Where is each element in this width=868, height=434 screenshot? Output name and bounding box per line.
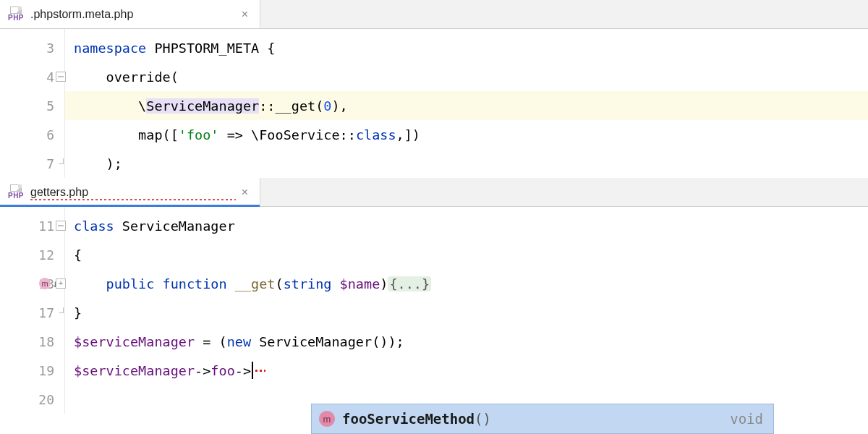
tab-filename: .phpstorm.meta.php — [30, 8, 236, 21]
tab-bar-spacer — [260, 178, 868, 206]
folded-code-region[interactable]: {...} — [388, 276, 431, 292]
autocomplete-return-type: void — [730, 411, 763, 427]
gutter-bottom[interactable]: 11 12 m ↓ 13 17 18 19 20 — [0, 207, 65, 414]
code-line[interactable]: namespace PHPSTORM_META { — [65, 33, 868, 62]
tab-filename: getters.php — [30, 186, 236, 199]
gutter-top[interactable]: 3 4 5 6 7 — [0, 29, 65, 178]
code-line[interactable]: ); — [65, 149, 868, 178]
autocomplete-popup[interactable]: m fooServiceMethod() void — [311, 404, 774, 434]
tab-phpstorm-meta[interactable]: PHP .phpstorm.meta.php × — [0, 0, 260, 28]
line-number: 20 — [33, 392, 54, 407]
fold-collapse-icon[interactable] — [56, 72, 66, 82]
code-line[interactable]: map(['foo' => \FooService::class,]) — [65, 120, 868, 149]
php-file-icon: PHP — [6, 184, 26, 200]
bottom-editor-pane: PHP getters.php × 11 12 m ↓ 13 17 — [0, 178, 868, 414]
fold-end-icon — [56, 158, 66, 169]
editor-bottom[interactable]: 11 12 m ↓ 13 17 18 19 20 class ServiceMa… — [0, 207, 868, 414]
text-caret — [252, 362, 253, 379]
line-number: 4 — [33, 69, 54, 85]
php-file-icon: PHP — [6, 7, 26, 22]
code-line[interactable]: } — [65, 298, 868, 327]
line-number: 18 — [33, 334, 54, 349]
close-icon[interactable]: × — [240, 186, 250, 199]
code-line[interactable]: $serviceManager = (new ServiceManager())… — [65, 327, 868, 356]
fold-end-icon — [56, 307, 66, 318]
code-line[interactable]: { — [65, 240, 868, 269]
close-icon[interactable]: × — [240, 8, 250, 21]
tab-bar-bottom: PHP getters.php × — [0, 178, 868, 207]
autocomplete-item-name: fooServiceMethod — [342, 411, 475, 427]
code-line[interactable]: $serviceManager->foo-> — [65, 356, 868, 385]
code-line[interactable]: class ServiceManager — [65, 211, 868, 240]
tab-bar-top: PHP .phpstorm.meta.php × — [0, 0, 868, 29]
error-underline-icon — [255, 370, 265, 372]
tab-getters[interactable]: PHP getters.php × — [0, 178, 260, 206]
fold-expand-icon[interactable] — [56, 278, 66, 289]
line-number: 12 — [33, 247, 54, 263]
code-line[interactable]: public function __get(string $name){...} — [65, 269, 868, 298]
code-line[interactable]: \ServiceManager::__get(0), — [65, 91, 868, 120]
line-number: 11 — [33, 218, 54, 234]
code-area-top[interactable]: namespace PHPSTORM_META { override( \Ser… — [65, 29, 868, 178]
line-number: 5 — [33, 98, 54, 114]
line-number: 7 — [33, 156, 54, 171]
editor-top[interactable]: 3 4 5 6 7 namespace PHPSTORM_META { over… — [0, 29, 868, 178]
line-number: 19 — [33, 363, 54, 378]
line-number: 6 — [33, 127, 54, 142]
code-line[interactable]: override( — [65, 62, 868, 91]
code-area-bottom[interactable]: class ServiceManager { public function _… — [65, 207, 868, 414]
method-icon: m — [319, 411, 335, 427]
line-number: 3 — [33, 41, 54, 56]
top-editor-pane: PHP .phpstorm.meta.php × 3 4 5 6 7 names… — [0, 0, 868, 178]
line-number: 17 — [33, 305, 54, 320]
error-underline-icon — [30, 199, 236, 200]
fold-collapse-icon[interactable] — [56, 221, 66, 231]
tab-bar-spacer — [260, 0, 868, 28]
